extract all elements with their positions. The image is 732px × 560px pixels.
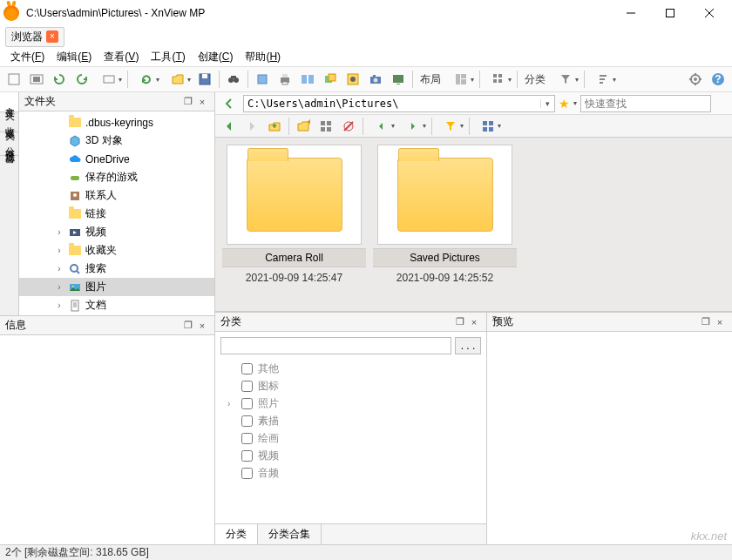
category-more-button[interactable]: . . . (455, 337, 481, 354)
convert-icon[interactable] (320, 69, 341, 90)
category-search-input[interactable] (220, 337, 451, 354)
category-checkbox[interactable] (241, 433, 253, 444)
address-input[interactable] (244, 98, 540, 110)
layout-dropdown[interactable] (446, 69, 476, 90)
history-fwd-dropdown[interactable] (398, 116, 428, 137)
filter-dropdown[interactable] (436, 116, 465, 137)
rotate-left-icon[interactable] (49, 69, 70, 90)
binoculars-icon[interactable] (223, 69, 244, 90)
category-item[interactable]: 视频 (227, 447, 481, 464)
tree-item[interactable]: ›文档 (19, 296, 214, 314)
pane-close-icon[interactable]: × (195, 95, 209, 109)
help-icon[interactable]: ? (708, 69, 729, 90)
category-item[interactable]: 素描 (227, 412, 481, 429)
cut-icon[interactable] (252, 69, 273, 90)
tree-item[interactable]: ›图片 (19, 278, 214, 296)
category-checkbox[interactable] (241, 381, 253, 392)
menu-create[interactable]: 创建(C) (193, 48, 239, 66)
sidetab-category-filter[interactable]: 分类过滤器 (0, 132, 18, 156)
nav-prev-icon[interactable] (219, 116, 240, 137)
pane-close-icon[interactable]: × (467, 315, 481, 329)
sort-dropdown[interactable] (588, 69, 618, 90)
expand-icon[interactable]: › (54, 300, 64, 310)
pane-popout-icon[interactable]: ❐ (453, 315, 467, 329)
pane-popout-icon[interactable]: ❐ (699, 315, 713, 329)
category-item[interactable]: 其他 (227, 360, 481, 377)
tree-item[interactable]: OneDrive (19, 150, 214, 168)
category-checkbox[interactable] (241, 415, 253, 427)
category-checkbox[interactable] (241, 363, 253, 374)
expand-icon[interactable]: › (54, 282, 64, 292)
expand-icon[interactable]: › (54, 264, 64, 273)
maximize-button[interactable] (650, 1, 689, 25)
save-icon[interactable] (194, 69, 215, 90)
thumbnail-area[interactable]: Camera Roll2021-09-09 14:25:47Saved Pict… (215, 138, 732, 312)
nav-back-icon[interactable] (219, 93, 240, 114)
browser-tab[interactable]: 浏览器 × (5, 27, 64, 47)
category-dropdown[interactable] (551, 69, 580, 90)
settings-icon[interactable] (685, 69, 706, 90)
compare-icon[interactable] (297, 69, 318, 90)
category-item[interactable]: 绘画 (227, 429, 481, 447)
tab-category[interactable]: 分类 (215, 524, 258, 544)
sidetab-folders[interactable]: 文件夹 (0, 92, 18, 112)
pane-popout-icon[interactable]: ❐ (181, 95, 195, 109)
cloud-icon (68, 152, 82, 166)
new-folder-icon[interactable]: ✦ (293, 116, 314, 137)
quick-search-input[interactable] (580, 95, 711, 112)
category-item[interactable]: ›照片 (227, 395, 481, 412)
tab-category-collection[interactable]: 分类合集 (258, 524, 322, 544)
address-combo[interactable]: ▾ (243, 95, 555, 112)
pane-popout-icon[interactable]: ❐ (181, 319, 195, 333)
menu-tools[interactable]: 工具(T) (146, 48, 190, 66)
history-back-dropdown[interactable] (367, 116, 396, 137)
tab-close-icon[interactable]: × (46, 30, 58, 43)
slideshow-icon[interactable] (388, 69, 409, 90)
nav-next-icon[interactable] (241, 116, 262, 137)
tree-item[interactable]: 3D 对象 (19, 132, 214, 150)
menu-file[interactable]: 文件(F) (5, 48, 50, 66)
tree-item[interactable]: 保存的游戏 (19, 168, 214, 186)
thumbnail-size-dropdown[interactable] (473, 116, 503, 137)
tree-item[interactable]: .dbus-keyrings (19, 113, 214, 132)
zoom-dropdown[interactable] (94, 69, 124, 90)
folder-tree[interactable]: .dbus-keyrings3D 对象OneDrive保存的游戏联系人链接›视频… (19, 111, 214, 315)
tree-item[interactable]: 联系人 (19, 186, 214, 205)
open-dropdown[interactable] (163, 69, 193, 90)
fit-image-icon[interactable] (26, 69, 47, 90)
tree-item[interactable]: ›视频 (19, 223, 214, 241)
rotate-right-icon[interactable] (71, 69, 92, 90)
expand-icon[interactable]: › (54, 246, 64, 255)
capture-icon[interactable] (365, 69, 386, 90)
sidetab-favorites[interactable]: 收藏夹 (0, 112, 18, 132)
nav-up-icon[interactable] (264, 116, 285, 137)
refresh-dropdown[interactable] (132, 69, 161, 90)
menu-view[interactable]: 查看(V) (98, 48, 144, 66)
grid-view-icon[interactable] (315, 116, 336, 137)
expand-icon[interactable]: › (54, 227, 64, 237)
menu-help[interactable]: 帮助(H) (240, 48, 286, 66)
show-hidden-icon[interactable] (338, 116, 359, 137)
search-go-icon[interactable] (715, 93, 729, 114)
tree-item[interactable]: ›搜索 (19, 260, 214, 278)
menu-edit[interactable]: 编辑(E) (51, 48, 97, 66)
tree-item[interactable]: ›收藏夹 (19, 241, 214, 260)
thumbnail-item[interactable]: Camera Roll2021-09-09 14:25:47 (222, 145, 366, 304)
close-button[interactable] (689, 1, 729, 25)
favorite-star-icon[interactable]: ★ (559, 97, 570, 111)
address-dropdown-icon[interactable]: ▾ (540, 99, 554, 108)
category-item[interactable]: 图标 (227, 377, 481, 395)
category-checkbox[interactable] (241, 468, 253, 479)
category-item[interactable]: 音频 (227, 464, 481, 482)
pane-close-icon[interactable]: × (713, 315, 727, 329)
batch-icon[interactable] (342, 69, 363, 90)
fit-window-icon[interactable] (3, 69, 24, 90)
minimize-button[interactable] (611, 1, 650, 25)
pane-close-icon[interactable]: × (195, 319, 209, 333)
print-icon[interactable] (274, 69, 295, 90)
thumbnail-item[interactable]: Saved Pictures2021-09-09 14:25:52 (373, 145, 517, 304)
tree-item[interactable]: 链接 (19, 205, 214, 223)
category-checkbox[interactable] (241, 398, 253, 409)
view-mode-dropdown[interactable] (484, 69, 513, 90)
category-checkbox[interactable] (241, 450, 253, 462)
